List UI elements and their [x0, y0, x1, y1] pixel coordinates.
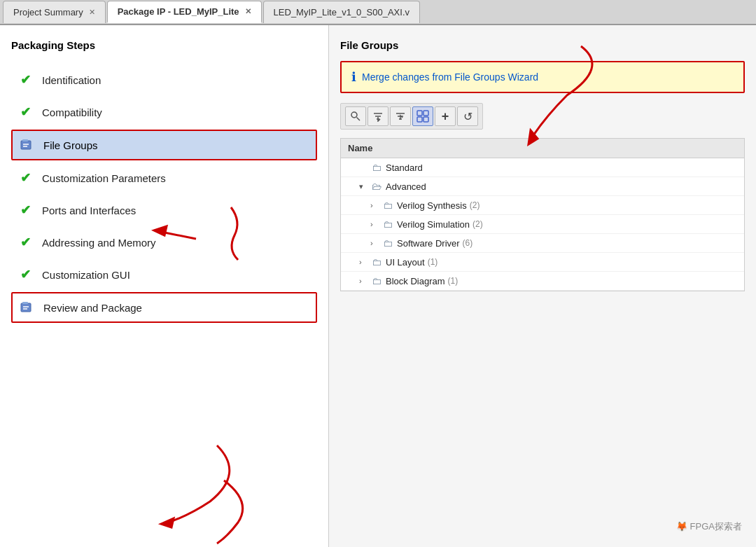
tree-item-verilog-simulation[interactable]: › 🗀 Verilog Simulation (2): [341, 215, 744, 234]
block-diagram-count: (1): [448, 276, 458, 286]
main-content: Packaging Steps ✔ Identification ✔ Compa…: [0, 25, 756, 547]
step-compatibility-label: Compatibility: [42, 106, 102, 118]
step-identification[interactable]: ✔ Identification: [11, 65, 317, 95]
standard-folder-icon: 🗀: [372, 162, 382, 173]
svg-rect-1: [22, 139, 28, 141]
file-tree: Name 🗀 Standard ▾ 🗁 Advanced › 🗀: [340, 138, 745, 291]
filter-down-button[interactable]: [368, 106, 388, 126]
warning-info-icon: ℹ: [351, 69, 356, 85]
tree-item-ui-layout[interactable]: › 🗀 UI Layout (1): [341, 253, 744, 272]
verilog-synthesis-folder-icon: 🗀: [383, 200, 393, 211]
refresh-button[interactable]: ↺: [457, 106, 478, 126]
merge-warning-text: Merge changes from File Groups Wizard: [362, 71, 538, 83]
svg-rect-0: [21, 141, 31, 149]
step-addressing-and-memory[interactable]: ✔ Addressing and Memory: [11, 228, 317, 257]
verilog-synthesis-count: (2): [470, 200, 480, 210]
file-groups-title: File Groups: [340, 39, 745, 51]
ui-layout-expand-icon: ›: [359, 258, 369, 266]
file-groups-toolbar: + ↺: [340, 103, 483, 130]
svg-rect-5: [22, 302, 28, 304]
svg-rect-18: [417, 117, 422, 122]
filter-up-button[interactable]: [390, 106, 411, 126]
tab-package-ip-close[interactable]: ✕: [245, 7, 251, 16]
tree-item-advanced-label: Advanced: [386, 181, 426, 192]
advanced-expand-icon: ▾: [359, 182, 369, 191]
file-groups-svg-icon: [20, 138, 34, 152]
review-svg-icon: [20, 300, 34, 314]
step-ports-and-interfaces[interactable]: ✔ Ports and Interfaces: [11, 195, 317, 225]
tree-item-verilog-synthesis[interactable]: › 🗀 Verilog Synthesis (2): [341, 196, 744, 215]
filter-down-icon: [372, 111, 384, 122]
tab-led-axi-label: LED_MyIP_Lite_v1_0_S00_AXI.v: [274, 7, 410, 18]
step-review-and-package[interactable]: Review and Package: [11, 292, 317, 323]
ui-layout-folder-icon: 🗀: [372, 256, 382, 268]
step-compatibility[interactable]: ✔ Compatibility: [11, 97, 317, 127]
verilog-simulation-count: (2): [472, 219, 483, 229]
svg-rect-17: [424, 111, 428, 116]
step-identification-icon: ✔: [17, 72, 34, 88]
verilog-simulation-expand-icon: ›: [370, 220, 380, 228]
step-file-groups[interactable]: File Groups: [11, 130, 317, 160]
tree-item-standard[interactable]: 🗀 Standard: [341, 158, 744, 177]
tab-led-axi[interactable]: LED_MyIP_Lite_v1_0_S00_AXI.v: [263, 1, 420, 23]
filter-up-icon: [395, 111, 406, 122]
tree-item-block-diagram-label: Block Diagram: [386, 276, 445, 286]
watermark: 🦊 FPGA探索者: [676, 520, 742, 533]
step-customization-gui[interactable]: ✔ Customization GUI: [11, 260, 317, 289]
right-panel: File Groups ℹ Merge changes from File Gr…: [329, 25, 756, 547]
step-file-groups-label: File Groups: [43, 139, 98, 151]
tree-item-advanced[interactable]: ▾ 🗁 Advanced: [341, 177, 744, 196]
add-button[interactable]: +: [435, 106, 456, 126]
tab-project-summary[interactable]: Project Summary ✕: [3, 1, 106, 23]
tree-item-verilog-simulation-label: Verilog Simulation: [397, 219, 470, 230]
step-review-icon: [18, 300, 35, 314]
tab-package-ip[interactable]: Package IP - LED_MyIP_Lite ✕: [107, 1, 262, 23]
step-file-groups-icon: [18, 138, 35, 152]
step-review-label: Review and Package: [43, 302, 142, 314]
tree-item-block-diagram[interactable]: › 🗀 Block Diagram (1): [341, 272, 744, 291]
merge-button[interactable]: [412, 106, 433, 126]
tree-item-standard-label: Standard: [386, 162, 423, 173]
step-customization-gui-label: Customization GUI: [42, 269, 130, 281]
step-customization-parameters-label: Customization Parameters: [42, 172, 166, 184]
svg-point-8: [351, 112, 357, 118]
step-ports-label: Ports and Interfaces: [42, 205, 136, 216]
block-diagram-expand-icon: ›: [359, 277, 369, 285]
block-diagram-folder-icon: 🗀: [372, 275, 382, 286]
step-identification-label: Identification: [42, 74, 101, 86]
tab-package-ip-label: Package IP - LED_MyIP_Lite: [118, 6, 239, 17]
software-driver-expand-icon: ›: [370, 239, 380, 247]
tab-project-summary-label: Project Summary: [13, 7, 83, 18]
software-driver-folder-icon: 🗀: [383, 237, 393, 249]
step-compatibility-icon: ✔: [17, 104, 34, 120]
step-addressing-icon: ✔: [17, 235, 34, 250]
software-driver-count: (6): [463, 238, 473, 248]
advanced-folder-icon: 🗁: [372, 181, 382, 192]
step-customization-gui-icon: ✔: [17, 267, 34, 282]
tree-item-ui-layout-label: UI Layout: [386, 257, 425, 268]
tab-project-summary-close[interactable]: ✕: [89, 8, 95, 17]
tab-bar: Project Summary ✕ Package IP - LED_MyIP_…: [0, 0, 756, 25]
svg-line-9: [357, 118, 360, 121]
merge-icon: [416, 110, 429, 123]
step-customization-parameters-icon: ✔: [17, 170, 34, 186]
search-button[interactable]: [345, 106, 366, 126]
tree-item-software-driver[interactable]: › 🗀 Software Driver (6): [341, 234, 744, 253]
svg-rect-19: [424, 117, 428, 122]
merge-warning-banner[interactable]: ℹ Merge changes from File Groups Wizard: [340, 61, 745, 93]
search-icon: [350, 111, 361, 122]
verilog-synthesis-expand-icon: ›: [370, 201, 380, 209]
tree-item-verilog-synthesis-label: Verilog Synthesis: [397, 200, 467, 211]
left-panel: Packaging Steps ✔ Identification ✔ Compa…: [0, 25, 329, 547]
tree-header-name: Name: [341, 139, 744, 158]
step-addressing-label: Addressing and Memory: [42, 237, 156, 249]
tree-item-software-driver-label: Software Driver: [397, 238, 460, 249]
packaging-steps-title: Packaging Steps: [11, 39, 317, 51]
ui-layout-count: (1): [428, 257, 438, 267]
step-ports-icon: ✔: [17, 202, 34, 218]
svg-rect-16: [417, 111, 422, 116]
verilog-simulation-folder-icon: 🗀: [383, 219, 393, 230]
svg-rect-4: [21, 303, 31, 312]
step-customization-parameters[interactable]: ✔ Customization Parameters: [11, 163, 317, 193]
